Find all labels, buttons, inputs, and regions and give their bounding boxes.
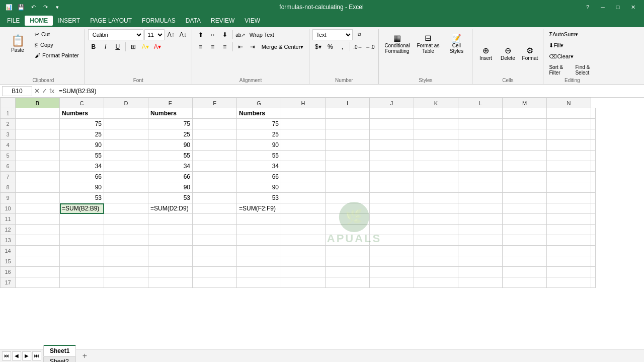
cell-H13[interactable]: [326, 235, 370, 246]
confirm-formula-button[interactable]: ✓: [42, 87, 47, 95]
cell-M12[interactable]: [547, 225, 591, 235]
decimal-inc-button[interactable]: .0→: [352, 41, 363, 52]
increase-font-button[interactable]: A↑: [166, 29, 177, 40]
cell-B12[interactable]: [60, 225, 104, 235]
cell-G1[interactable]: [281, 108, 326, 119]
cell-F10[interactable]: =SUM(F2:F9): [237, 203, 281, 214]
cell-A17[interactable]: [16, 277, 60, 288]
cell-A15[interactable]: [16, 256, 60, 267]
menu-item-insert[interactable]: INSERT: [53, 16, 85, 26]
cell-styles-button[interactable]: 📝 Cell Styles: [444, 29, 469, 57]
cell-G7[interactable]: [281, 172, 326, 182]
cell-C11[interactable]: [104, 214, 148, 225]
col-header-b[interactable]: B: [16, 98, 60, 108]
sort-filter-button[interactable]: Sort & Filter: [546, 62, 572, 78]
cell-D17[interactable]: [148, 277, 193, 288]
cell-C1[interactable]: [104, 108, 148, 119]
cell-K5[interactable]: [458, 151, 503, 161]
cell-B2[interactable]: 75: [60, 119, 104, 129]
cell-C13[interactable]: [104, 235, 148, 246]
row-number-16[interactable]: 16: [1, 267, 16, 277]
cell-J5[interactable]: [414, 151, 458, 161]
cell-M16[interactable]: [547, 267, 591, 277]
sheet-tab-sheet2[interactable]: Sheet2: [43, 356, 76, 363]
col-header-l[interactable]: L: [458, 98, 503, 108]
cell-M3[interactable]: [547, 129, 591, 140]
fill-color-button[interactable]: A▾: [140, 41, 151, 52]
cell-L13[interactable]: [503, 235, 547, 246]
cell-H14[interactable]: [326, 246, 370, 256]
cell-D2[interactable]: 75: [148, 119, 193, 129]
cell-M14[interactable]: [547, 246, 591, 256]
number-format-select[interactable]: Text General Number Currency Percentage: [312, 29, 353, 40]
row-number-8[interactable]: 8: [1, 182, 16, 193]
cell-B6[interactable]: 34: [60, 161, 104, 172]
cell-A1[interactable]: [16, 108, 60, 119]
format-as-table-button[interactable]: ⊟ Format as Table: [414, 29, 442, 57]
cell-D1[interactable]: Numbers: [148, 108, 193, 119]
minimize-button[interactable]: ─: [596, 2, 610, 12]
cell-M1[interactable]: [547, 108, 591, 119]
cell-L1[interactable]: [503, 108, 547, 119]
col-header-c[interactable]: C: [60, 98, 104, 108]
cell-A4[interactable]: [16, 140, 60, 151]
cell-C3[interactable]: [104, 129, 148, 140]
cell-F8[interactable]: 90: [237, 182, 281, 193]
col-header-n[interactable]: N: [547, 98, 591, 108]
col-header-k[interactable]: K: [414, 98, 458, 108]
cell-F3[interactable]: 25: [237, 129, 281, 140]
align-top-button[interactable]: ⬆: [195, 29, 206, 40]
font-size-select[interactable]: 8 9 10 11 12 14: [144, 29, 165, 40]
cell-M5[interactable]: [547, 151, 591, 161]
cell-L9[interactable]: [503, 193, 547, 203]
cell-I4[interactable]: [370, 140, 414, 151]
find-select-button[interactable]: Find & Select: [573, 62, 598, 78]
cell-N17[interactable]: [591, 277, 596, 288]
cell-G5[interactable]: [281, 151, 326, 161]
cell-C8[interactable]: [104, 182, 148, 193]
cell-F14[interactable]: [237, 246, 281, 256]
cell-J6[interactable]: [414, 161, 458, 172]
cell-D11[interactable]: [148, 214, 193, 225]
clear-button[interactable]: ⌫ Clear ▾: [546, 51, 576, 61]
cell-A11[interactable]: [16, 214, 60, 225]
cell-G10[interactable]: [281, 203, 326, 214]
format-button[interactable]: ⚙ Format: [520, 39, 540, 67]
cell-E9[interactable]: [193, 193, 237, 203]
menu-item-view[interactable]: VIEW: [239, 16, 265, 26]
cell-J3[interactable]: [414, 129, 458, 140]
row-number-5[interactable]: 5: [1, 151, 16, 161]
cell-G14[interactable]: [281, 246, 326, 256]
cell-B7[interactable]: 66: [60, 172, 104, 182]
cut-button[interactable]: ✂ Cut: [32, 29, 82, 39]
cell-B1[interactable]: Numbers: [60, 108, 104, 119]
save-icon[interactable]: 💾: [16, 2, 26, 12]
cell-K2[interactable]: [458, 119, 503, 129]
cell-E10[interactable]: [193, 203, 237, 214]
cell-G15[interactable]: [281, 256, 326, 267]
cell-J8[interactable]: [414, 182, 458, 193]
wrap-text-button[interactable]: Wrap Text: [247, 30, 277, 40]
cell-C7[interactable]: [104, 172, 148, 182]
cell-C16[interactable]: [104, 267, 148, 277]
cell-D14[interactable]: [148, 246, 193, 256]
cell-M8[interactable]: [547, 182, 591, 193]
cell-J10[interactable]: [414, 203, 458, 214]
cell-L15[interactable]: [503, 256, 547, 267]
cell-H2[interactable]: [326, 119, 370, 129]
cell-N14[interactable]: [591, 246, 596, 256]
cell-J16[interactable]: [414, 267, 458, 277]
italic-button[interactable]: I: [100, 41, 111, 52]
cell-L16[interactable]: [503, 267, 547, 277]
cell-K10[interactable]: [458, 203, 503, 214]
cell-C15[interactable]: [104, 256, 148, 267]
cell-N16[interactable]: [591, 267, 596, 277]
cell-E12[interactable]: [193, 225, 237, 235]
col-header-e[interactable]: E: [148, 98, 193, 108]
autosum-button[interactable]: Σ AutoSum ▾: [546, 29, 581, 39]
cell-K8[interactable]: [458, 182, 503, 193]
sheet-nav-prev[interactable]: ◀: [12, 351, 21, 360]
percent-button[interactable]: %: [325, 41, 336, 52]
cell-D8[interactable]: 90: [148, 182, 193, 193]
cell-M2[interactable]: [547, 119, 591, 129]
